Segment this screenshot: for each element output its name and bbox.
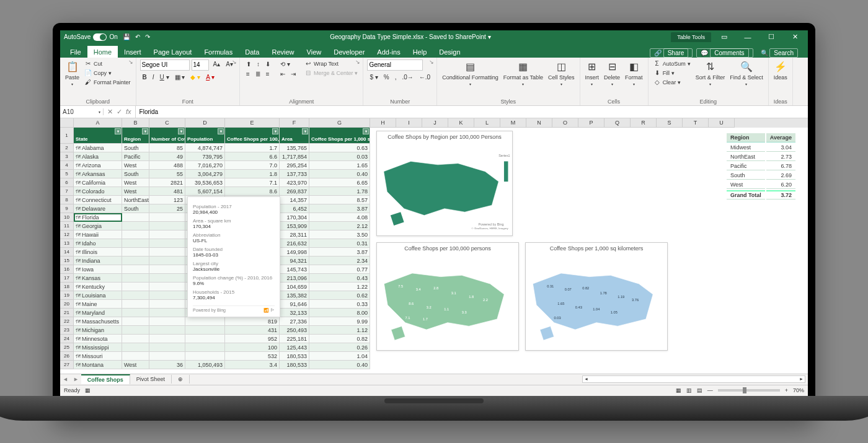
cell[interactable]: [149, 274, 185, 283]
table-row[interactable]: 4ArizonaWest4887,016,2707.0295,2541.65: [60, 161, 370, 170]
chart-per100k-map[interactable]: Coffee Shops per 100,000 persons 7.53.42…: [376, 242, 519, 351]
fx-icon[interactable]: fx: [126, 108, 131, 115]
cell[interactable]: [149, 335, 185, 343]
cell[interactable]: 4.08: [309, 213, 370, 222]
cell[interactable]: 104,659: [280, 283, 309, 291]
cell[interactable]: Delaware: [74, 204, 122, 213]
wrap-text-button[interactable]: ↩Wrap Text: [303, 59, 360, 68]
border-button[interactable]: ▦ ▾: [172, 72, 188, 82]
cell[interactable]: Maryland: [74, 309, 122, 317]
column-header[interactable]: A: [74, 118, 122, 128]
cell[interactable]: 952: [225, 335, 280, 343]
cell[interactable]: [185, 317, 225, 326]
column-header[interactable]: I: [396, 118, 422, 128]
dialog-launcher-icon[interactable]: ↘: [128, 59, 133, 65]
cell[interactable]: 125,443: [280, 343, 309, 352]
enter-formula-icon[interactable]: ✓: [117, 108, 122, 116]
cell[interactable]: Florida: [74, 213, 122, 222]
ribbon-tab-page-layout[interactable]: Page Layout: [148, 46, 198, 58]
cell[interactable]: 123: [149, 196, 185, 204]
cell[interactable]: Kentucky: [74, 283, 122, 291]
cell[interactable]: [122, 309, 149, 317]
cell[interactable]: Pacific: [122, 152, 149, 161]
cell[interactable]: West: [122, 361, 149, 369]
cell[interactable]: Louisiana: [74, 291, 122, 300]
cell[interactable]: [122, 291, 149, 300]
ribbon-tab-developer[interactable]: Developer: [327, 46, 371, 58]
align-center-icon[interactable]: ≣: [253, 69, 263, 79]
dialog-launcher-icon[interactable]: ↘: [232, 59, 237, 65]
sort-filter-button[interactable]: ⇅Sort & Filter▾: [694, 59, 727, 87]
cell[interactable]: 1.12: [309, 326, 370, 335]
cell[interactable]: [149, 326, 185, 335]
ribbon-display-icon[interactable]: ▭: [715, 33, 733, 41]
cell[interactable]: 28,311: [280, 230, 309, 239]
cell[interactable]: 27,336: [280, 317, 309, 326]
number-format-select[interactable]: [367, 59, 423, 71]
view-normal-icon[interactable]: ▦: [676, 387, 681, 393]
cell[interactable]: 250,493: [280, 326, 309, 335]
cell[interactable]: West: [122, 161, 149, 170]
underline-button[interactable]: U ▾: [157, 72, 172, 82]
cell[interactable]: 180,533: [280, 361, 309, 369]
cell[interactable]: 295,254: [280, 161, 309, 170]
undo-icon[interactable]: ↶: [135, 33, 140, 40]
cell[interactable]: 7.1: [225, 178, 280, 187]
cell-styles-button[interactable]: ◫Cell Styles▾: [547, 59, 576, 87]
view-layout-icon[interactable]: ▥: [686, 387, 692, 393]
pivot-row[interactable]: Midwest3.04: [727, 144, 795, 152]
font-color-button[interactable]: A ▾: [203, 72, 217, 82]
maximize-icon[interactable]: ☐: [762, 33, 781, 41]
cell[interactable]: 135,382: [280, 291, 309, 300]
redo-icon[interactable]: ↷: [145, 33, 150, 40]
cell[interactable]: 7,016,270: [185, 161, 225, 170]
align-middle-icon[interactable]: ↕: [254, 59, 262, 69]
column-header[interactable]: L: [474, 118, 500, 128]
cell[interactable]: 213,096: [280, 274, 309, 283]
close-icon[interactable]: ✕: [786, 33, 804, 41]
increase-decimal-icon[interactable]: .0→: [399, 72, 415, 82]
cell[interactable]: [122, 335, 149, 343]
orient-icon[interactable]: ⟲ ▾: [278, 59, 293, 69]
cell[interactable]: NorthEast: [122, 196, 149, 204]
cell[interactable]: 0.43: [309, 274, 370, 283]
table-header[interactable]: Number of Coffee Shops▾: [149, 128, 185, 144]
ribbon-tab-design[interactable]: Design: [433, 46, 466, 58]
column-header[interactable]: P: [578, 118, 604, 128]
pivot-table[interactable]: RegionAverage Midwest3.04NorthEast2.73Pa…: [725, 132, 797, 201]
cell[interactable]: 6.65: [309, 178, 370, 187]
align-left-icon[interactable]: ≡: [244, 69, 252, 79]
table-row[interactable]: 3AlaskaPacific49739,7956.61,717,8540.03: [60, 152, 370, 161]
ribbon-tab-add-ins[interactable]: Add-ins: [371, 46, 406, 58]
cell[interactable]: West: [122, 178, 149, 187]
cell[interactable]: [122, 213, 149, 222]
italic-button[interactable]: I: [150, 72, 157, 82]
cell[interactable]: Alabama: [74, 144, 122, 152]
cell[interactable]: [122, 283, 149, 291]
align-bottom-icon[interactable]: ⬇: [263, 59, 273, 69]
table-header[interactable]: Coffee Shops per 1,000 square kms▾: [309, 128, 370, 144]
cell[interactable]: 2821: [149, 178, 185, 187]
pivot-row[interactable]: South2.69: [727, 172, 795, 180]
cell[interactable]: 8.00: [309, 309, 370, 317]
fill-button[interactable]: ⬇Fill ▾: [652, 69, 692, 77]
table-row[interactable]: 25Mississippi100125,4430.26: [60, 343, 370, 352]
toggle-switch-icon[interactable]: [93, 33, 107, 41]
column-header[interactable]: F: [280, 118, 309, 128]
merge-center-button[interactable]: ⊟Merge & Center ▾: [303, 69, 360, 77]
align-right-icon[interactable]: ≡: [264, 69, 272, 79]
column-header[interactable]: C: [149, 118, 185, 128]
ribbon-tab-review[interactable]: Review: [265, 46, 300, 58]
cell[interactable]: 85: [149, 144, 185, 152]
cell[interactable]: [149, 317, 185, 326]
view-pagebreak-icon[interactable]: ▤: [697, 387, 702, 393]
decrease-decimal-icon[interactable]: ←.0: [417, 72, 433, 82]
cell[interactable]: 4,874,747: [185, 144, 225, 152]
cell[interactable]: [122, 326, 149, 335]
ribbon-tab-help[interactable]: Help: [407, 46, 433, 58]
autosave-toggle[interactable]: AutoSave On: [64, 33, 118, 41]
cell[interactable]: California: [74, 178, 122, 187]
cell[interactable]: Massachusetts: [74, 317, 122, 326]
cut-button[interactable]: ✂Cut: [83, 59, 132, 68]
dialog-launcher-icon[interactable]: ↘: [429, 59, 434, 65]
